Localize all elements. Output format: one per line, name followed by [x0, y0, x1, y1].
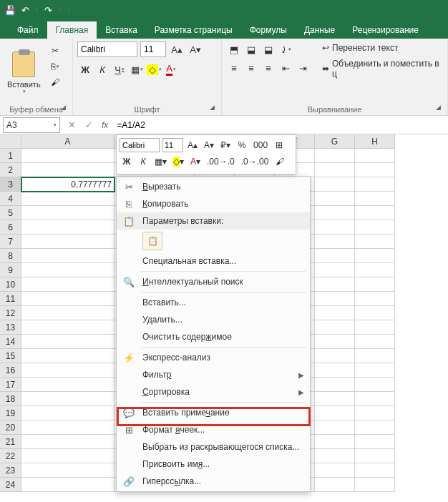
fx-icon[interactable]: fx [97, 120, 112, 130]
cell-A23[interactable] [21, 463, 115, 478]
mt-grow-font-icon[interactable]: A▴ [185, 138, 200, 152]
cell-A6[interactable] [21, 220, 115, 235]
cm-cut[interactable]: ✂ВВырезатьырезать [117, 178, 310, 195]
cell-H12[interactable] [355, 306, 395, 320]
row-header-20[interactable]: 20 [0, 420, 21, 435]
cell-G3[interactable] [315, 177, 355, 192]
fill-color-button[interactable]: ◇▾ [146, 61, 162, 77]
name-box[interactable]: A3 ▾ [3, 117, 60, 133]
save-icon[interactable]: 💾 [4, 4, 16, 16]
cell-G21[interactable] [315, 435, 355, 449]
cell-A3[interactable]: 0,7777777 [21, 177, 115, 192]
tab-formulas[interactable]: Формулы [241, 21, 296, 39]
cell-G20[interactable] [315, 420, 355, 435]
cell-A14[interactable] [21, 335, 115, 349]
cell-G23[interactable] [315, 463, 355, 478]
row-header-14[interactable]: 14 [0, 335, 21, 349]
cell-G9[interactable] [315, 263, 355, 277]
copy-icon[interactable]: ⎘▾ [48, 60, 62, 73]
row-header-13[interactable]: 13 [0, 320, 21, 335]
paste-button[interactable]: Вставить ▾ [4, 41, 44, 104]
cell-G8[interactable] [315, 249, 355, 263]
cell-A11[interactable] [21, 292, 115, 306]
cell-G13[interactable] [315, 320, 355, 335]
bold-button[interactable]: Ж [77, 61, 93, 77]
cell-G18[interactable] [315, 392, 355, 406]
format-painter-icon[interactable]: 🖌 [48, 76, 62, 89]
cancel-formula-icon[interactable]: ✕ [63, 117, 80, 133]
font-name-select[interactable] [77, 41, 137, 57]
mt-format-painter-icon[interactable]: 🖌 [273, 154, 287, 169]
row-header-17[interactable]: 17 [0, 378, 21, 392]
cell-A18[interactable] [21, 392, 115, 406]
cm-delete[interactable]: Удалить... [117, 311, 310, 328]
cell-H8[interactable] [355, 249, 395, 263]
cm-insert-comment[interactable]: 💬Вставить примечание [117, 404, 310, 421]
row-header-10[interactable]: 10 [0, 277, 21, 292]
cell-G19[interactable] [315, 406, 355, 420]
cell-H17[interactable] [355, 378, 395, 392]
clipboard-launcher[interactable]: ◢ [61, 104, 71, 114]
cell-G4[interactable] [315, 192, 355, 206]
cell-G2[interactable] [315, 163, 355, 177]
increase-indent-icon[interactable]: ⇥ [295, 60, 311, 76]
cell-H15[interactable] [355, 349, 395, 363]
align-left-icon[interactable]: ≡ [226, 60, 242, 76]
cell-G6[interactable] [315, 220, 355, 235]
cell-A16[interactable] [21, 363, 115, 378]
row-header-6[interactable]: 6 [0, 220, 21, 235]
tab-layout[interactable]: Разметка страницы [146, 21, 241, 39]
font-launcher[interactable]: ◢ [210, 104, 220, 114]
redo-icon[interactable]: ↷ [44, 5, 52, 16]
cell-A2[interactable] [21, 163, 115, 177]
formula-input[interactable] [112, 117, 448, 133]
mt-format-icon[interactable]: ⊞ [272, 138, 286, 152]
cell-G14[interactable] [315, 335, 355, 349]
redo-dropdown[interactable]: ▾ [59, 7, 62, 13]
align-right-icon[interactable]: ≡ [260, 60, 276, 76]
align-bottom-icon[interactable]: ⬓ [260, 41, 276, 57]
row-header-9[interactable]: 9 [0, 263, 21, 277]
mt-dec-decimal-icon[interactable]: .00→.0 [205, 154, 237, 169]
row-header-15[interactable]: 15 [0, 349, 21, 363]
cell-H14[interactable] [355, 335, 395, 349]
cm-insert[interactable]: Вставить... [117, 294, 310, 311]
cell-H3[interactable] [355, 177, 395, 192]
cell-H20[interactable] [355, 420, 395, 435]
row-header-16[interactable]: 16 [0, 363, 21, 378]
tab-file[interactable]: Файл [9, 21, 47, 39]
row-header-12[interactable]: 12 [0, 306, 21, 320]
cell-G15[interactable] [315, 349, 355, 363]
grow-font-icon[interactable]: A▴ [169, 41, 185, 57]
cm-format-cells[interactable]: ⊞Формат ячеек... [117, 421, 310, 438]
border-button[interactable]: ▦▾ [129, 61, 145, 77]
cell-G12[interactable] [315, 306, 355, 320]
font-color-button[interactable]: A▾ [163, 61, 179, 77]
cell-H11[interactable] [355, 292, 395, 306]
row-header-8[interactable]: 8 [0, 249, 21, 263]
cell-A4[interactable] [21, 192, 115, 206]
cell-G24[interactable] [315, 478, 355, 492]
mt-inc-decimal-icon[interactable]: .0→.00 [239, 154, 271, 169]
orientation-icon[interactable]: ⤸▾ [278, 41, 293, 57]
paste-option-default[interactable]: 📋 [142, 232, 162, 250]
cell-G17[interactable] [315, 378, 355, 392]
row-header-21[interactable]: 21 [0, 435, 21, 449]
cell-H16[interactable] [355, 363, 395, 378]
cell-G16[interactable] [315, 363, 355, 378]
paste-dropdown[interactable]: ▾ [23, 89, 26, 94]
cm-clear[interactable]: Очистить содержимое [117, 328, 310, 345]
row-header-3[interactable]: 3 [0, 177, 21, 192]
cell-G22[interactable] [315, 449, 355, 463]
cell-G1[interactable] [315, 149, 355, 163]
tab-home[interactable]: Главная [47, 21, 97, 39]
name-box-dropdown[interactable]: ▾ [54, 122, 57, 128]
cell-A12[interactable] [21, 306, 115, 320]
undo-icon[interactable]: ↶ [21, 5, 29, 16]
mt-accounting-icon[interactable]: ₽▾ [218, 138, 233, 152]
tab-data[interactable]: Данные [296, 21, 344, 39]
row-header-2[interactable]: 2 [0, 163, 21, 177]
row-header-11[interactable]: 11 [0, 292, 21, 306]
cell-H23[interactable] [355, 463, 395, 478]
cm-define-name[interactable]: Присвоить имя... [117, 456, 310, 473]
